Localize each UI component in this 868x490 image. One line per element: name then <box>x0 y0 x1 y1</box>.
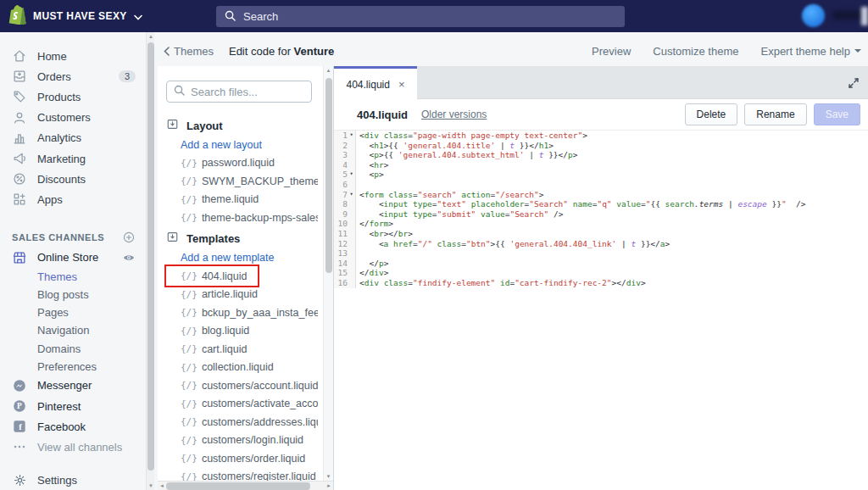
code-line-12[interactable]: <a href="/" class="btn">{{ 'general.404.… <box>356 239 868 249</box>
code-line-7[interactable]: <form class="search" action="/search"> <box>356 190 868 200</box>
sidebar-item-navigation[interactable]: Navigation <box>0 321 146 339</box>
sidebar-item-blog-posts[interactable]: Blog posts <box>0 286 146 303</box>
messenger-icon <box>12 378 27 393</box>
sidebar-item-preferences[interactable]: Preferences <box>0 358 146 376</box>
sidebar-item-domains[interactable]: Domains <box>0 339 146 357</box>
fold-arrow-icon[interactable]: ▾ <box>348 190 355 200</box>
code-line-6[interactable] <box>356 180 868 190</box>
sidebar-item-apps[interactable]: Apps <box>0 189 146 209</box>
code-line-3[interactable]: <p>{{ 'general.404.subtext_html' | t }}<… <box>356 150 868 160</box>
code-line-4[interactable]: <hr> <box>356 160 868 170</box>
file-browser-panel: Search files... LayoutAdd a new layout{/… <box>158 66 333 490</box>
scroll-right-icon[interactable]: ► <box>325 482 333 490</box>
add-channel-icon[interactable] <box>122 231 136 244</box>
code-line-10[interactable]: </form> <box>356 219 868 229</box>
channel-label: Messenger <box>37 379 92 392</box>
code-line-9[interactable]: <input type="submit" value="Search" /> <box>356 209 868 220</box>
eye-icon[interactable] <box>122 251 136 264</box>
rename-button[interactable]: Rename <box>744 103 806 125</box>
add-a-new-layout-link[interactable]: Add a new layout <box>158 136 323 154</box>
sidebar-item-settings[interactable]: Settings <box>0 470 146 490</box>
file-name: customers/activate_account.liq <box>202 398 318 409</box>
file-scroll-thumb[interactable] <box>326 78 332 273</box>
file-cart-liquid[interactable]: {/}cart.liquid <box>158 340 323 359</box>
tab-404-liquid[interactable]: 404.liquid × <box>334 66 417 100</box>
file-theme-backup-mps-sales-not[interactable]: {/}theme-backup-mps-sales-not <box>158 209 323 227</box>
file-swym-backup-theme-liquid[interactable]: {/}SWYM_BACKUP_theme.liquid <box>158 172 323 191</box>
sidebar-item-products[interactable]: Products <box>0 86 146 107</box>
file-customers-register-liquid[interactable]: {/}customers/register.liquid <box>158 468 323 482</box>
scroll-up-icon[interactable]: ▲ <box>324 68 333 73</box>
code-area[interactable]: 1▾2345▾67▾8910111213141516 <div class="p… <box>334 131 868 288</box>
sidebar-item-online-store[interactable]: Online Store <box>0 248 146 268</box>
file-search-input[interactable]: Search files... <box>166 81 312 103</box>
sidebar-item-facebook[interactable]: fFacebook <box>0 416 146 437</box>
code-line-15[interactable]: </div> <box>356 268 868 278</box>
code-line-2[interactable]: <h1>{{ 'general.404.title' | t }}</h1> <box>356 141 868 151</box>
user-avatar[interactable] <box>802 4 825 27</box>
code-line-14[interactable]: </p> <box>356 259 868 269</box>
expert-theme-help-button[interactable]: Expert theme help <box>760 45 861 58</box>
file-list-scrollbar[interactable]: ▲ ▼ <box>323 66 333 481</box>
code-line-16[interactable]: <div class="findify-element" id="cart-fi… <box>356 278 868 288</box>
code-line-11[interactable]: <br></br> <box>356 229 868 239</box>
liquid-file-icon: {/} <box>181 212 198 223</box>
sidebar-item-pages[interactable]: Pages <box>0 303 146 321</box>
caret-down-icon <box>854 49 861 53</box>
file-password-liquid[interactable]: {/}password.liquid <box>158 154 323 173</box>
breadcrumb-back[interactable]: Themes <box>164 45 214 58</box>
file-list-hscrollbar[interactable]: ◄ ► <box>158 481 333 490</box>
file-name: password.liquid <box>202 157 275 169</box>
folder-icon <box>166 118 179 134</box>
sidebar-item-messenger[interactable]: Messenger <box>0 376 146 396</box>
code-content[interactable]: <div class="page-width page-empty text-c… <box>356 131 868 288</box>
file-article-liquid[interactable]: {/}article.liquid <box>158 286 323 304</box>
code-line-1[interactable]: <div class="page-width page-empty text-c… <box>356 131 868 141</box>
older-versions-link[interactable]: Older versions <box>421 109 487 120</box>
code-line-8[interactable]: <input type="text" placeholder="Search" … <box>356 199 868 209</box>
fold-arrow-icon[interactable]: ▾ <box>348 170 355 180</box>
scroll-down-icon[interactable]: ▼ <box>147 483 155 488</box>
file-name: blog.liquid <box>202 325 249 337</box>
store-switcher[interactable]: MUST HAVE SEXY <box>8 0 142 32</box>
sidebar-item-orders[interactable]: Orders3 <box>0 66 146 86</box>
file-customers-login-liquid[interactable]: {/}customers/login.liquid <box>158 432 323 450</box>
sidebar-item-analytics[interactable]: Analytics <box>0 128 146 148</box>
customize-theme-button[interactable]: Customize theme <box>653 45 738 58</box>
file-404-liquid[interactable]: {/}404.liquid <box>158 267 323 286</box>
sidebar-scrollbar[interactable]: ▲ ▼ <box>146 32 154 490</box>
add-a-new-template-link[interactable]: Add a new template <box>158 249 323 268</box>
sidebar-item-discounts[interactable]: Discounts <box>0 169 146 189</box>
sidebar-item-themes[interactable]: Themes <box>0 268 146 286</box>
sidebar-item-marketing[interactable]: Marketing <box>0 148 146 169</box>
file-customers-order-liquid[interactable]: {/}customers/order.liquid <box>158 449 323 468</box>
sidebar-item-home[interactable]: Home <box>0 46 146 66</box>
scroll-left-icon[interactable]: ◄ <box>158 482 166 490</box>
sidebar-scroll-thumb[interactable] <box>147 42 154 471</box>
file-blog-liquid[interactable]: {/}blog.liquid <box>158 322 323 341</box>
preview-button[interactable]: Preview <box>592 45 631 58</box>
sidebar-item-view-all-channels[interactable]: View all channels <box>0 437 146 457</box>
file-customers-addresses-liquid[interactable]: {/}customers/addresses.liquid <box>158 413 323 432</box>
code-line-13[interactable] <box>356 248 868 259</box>
sidebar-item-pinterest[interactable]: PPinterest <box>0 396 146 416</box>
close-tab-icon[interactable]: × <box>398 79 405 90</box>
file-theme-liquid[interactable]: {/}theme.liquid <box>158 191 323 209</box>
line-number: 2 <box>334 141 355 151</box>
code-line-5[interactable]: <p> <box>356 170 868 180</box>
sidebar-item-customers[interactable]: Customers <box>0 108 146 128</box>
global-search-input[interactable]: Search <box>216 6 625 27</box>
file-collection-liquid[interactable]: {/}collection.liquid <box>158 359 323 377</box>
file-customers-activate-account-liq[interactable]: {/}customers/activate_account.liq <box>158 395 323 414</box>
file-hscroll-thumb[interactable] <box>166 482 310 490</box>
file-name: theme-backup-mps-sales-not <box>202 212 318 224</box>
save-button[interactable]: Save <box>814 103 860 125</box>
scroll-down-icon[interactable]: ▼ <box>324 474 333 479</box>
file-customers-account-liquid[interactable]: {/}customers/account.liquid <box>158 376 323 395</box>
delete-button[interactable]: Delete <box>685 103 738 125</box>
section-label: Layout <box>186 120 223 132</box>
file-bckup-by-aaa-insta-feed-inde[interactable]: {/}bckup_by_aaa_insta_feed_inde <box>158 303 323 322</box>
line-number: 8 <box>334 199 355 209</box>
expand-editor-icon[interactable] <box>846 75 861 91</box>
fold-arrow-icon[interactable]: ▾ <box>348 131 355 141</box>
